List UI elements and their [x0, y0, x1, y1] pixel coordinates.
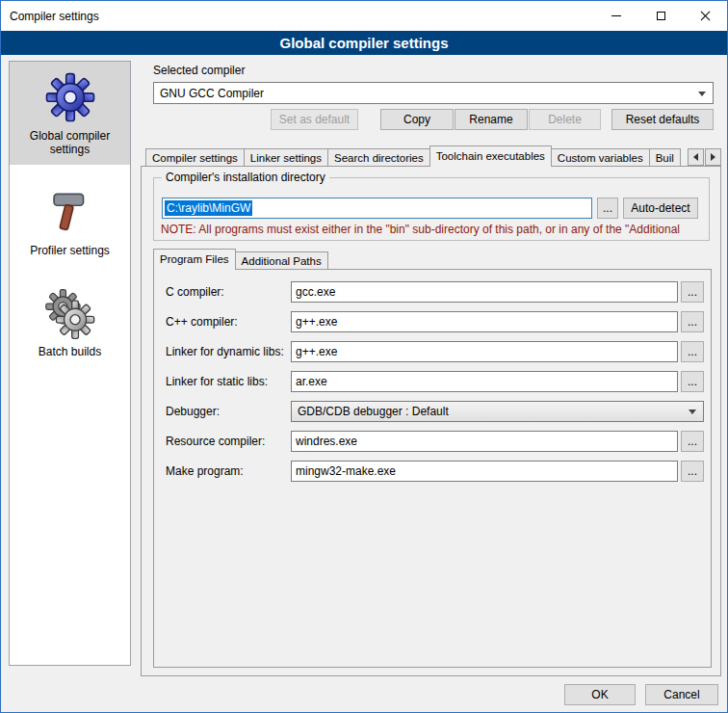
selected-compiler-label: Selected compiler — [153, 64, 245, 77]
dynamic-linker-label: Linker for dynamic libs: — [166, 341, 284, 362]
window-title: Compiler settings — [10, 10, 99, 23]
tab-compiler-settings[interactable]: Compiler settings — [145, 148, 245, 167]
minimize-button[interactable] — [594, 1, 638, 31]
ok-button[interactable]: OK — [564, 684, 636, 705]
sidebar-item-profiler-settings[interactable]: Profiler settings — [10, 176, 130, 266]
tab-scroll-right-button[interactable] — [705, 148, 721, 166]
cancel-button[interactable]: Cancel — [645, 684, 718, 705]
maximize-button[interactable] — [638, 1, 683, 31]
blue-gear-icon — [44, 71, 96, 123]
selected-compiler-select[interactable]: GNU GCC Compiler — [153, 82, 714, 104]
window-controls — [594, 1, 727, 31]
compiler-settings-window: Compiler settings Global compiler settin… — [0, 0, 728, 713]
selected-compiler-value: GNU GCC Compiler — [160, 87, 264, 100]
copy-button[interactable]: Copy — [380, 109, 454, 130]
resource-compiler-label: Resource compiler: — [166, 431, 265, 452]
reset-defaults-button[interactable]: Reset defaults — [611, 109, 714, 130]
chevron-down-icon — [689, 409, 696, 414]
resource-compiler-browse-button[interactable]: ... — [681, 431, 704, 452]
settings-sidebar: Global compiler settings Profiler settin… — [9, 61, 131, 666]
static-linker-label: Linker for static libs: — [166, 371, 268, 392]
static-linker-row: Linker for static libs: ... — [154, 371, 711, 392]
c-compiler-label: C compiler: — [166, 281, 224, 303]
dialog-header-title: Global compiler settings — [1, 31, 727, 55]
close-button[interactable] — [683, 1, 727, 31]
sidebar-item-label: Global compiler settings — [13, 129, 127, 156]
sidebar-item-global-compiler-settings[interactable]: Global compiler settings — [10, 62, 130, 165]
cpp-compiler-label: C++ compiler: — [166, 311, 238, 332]
auto-detect-button[interactable]: Auto-detect — [623, 198, 698, 219]
sidebar-item-label: Batch builds — [39, 345, 101, 358]
cpp-compiler-browse-button[interactable]: ... — [681, 311, 704, 332]
bin-subdirectory-note: NOTE: All programs must exist either in … — [161, 223, 721, 236]
tab-scroll-left-button[interactable] — [688, 148, 704, 166]
minimize-icon — [611, 15, 621, 16]
left-arrow-icon — [693, 153, 698, 161]
resource-compiler-input[interactable] — [291, 431, 678, 452]
c-compiler-browse-button[interactable]: ... — [681, 281, 704, 303]
installation-directory-value: C:\raylib\MinGW — [165, 200, 252, 216]
maximize-icon — [657, 12, 665, 20]
c-compiler-input[interactable] — [291, 281, 678, 303]
dynamic-linker-input[interactable] — [291, 341, 678, 362]
make-program-row: Make program: ... — [154, 461, 711, 482]
toolchain-executables-panel: Compiler's installation directory C:\ray… — [141, 166, 721, 676]
make-program-input[interactable] — [291, 461, 678, 482]
c-compiler-row: C compiler: ... — [154, 281, 711, 303]
tab-build-options[interactable]: Buil — [649, 148, 681, 167]
debugger-value: GDB/CDB debugger : Default — [298, 405, 449, 418]
debugger-label: Debugger: — [166, 401, 220, 422]
titlebar: Compiler settings — [1, 1, 727, 31]
static-linker-input[interactable] — [291, 371, 678, 392]
tab-search-directories[interactable]: Search directories — [327, 148, 430, 167]
dynamic-linker-row: Linker for dynamic libs: ... — [154, 341, 711, 362]
sidebar-item-label: Profiler settings — [30, 244, 110, 257]
static-linker-browse-button[interactable]: ... — [681, 371, 704, 392]
installation-directory-browse-button[interactable]: ... — [597, 198, 618, 219]
dynamic-linker-browse-button[interactable]: ... — [681, 341, 704, 362]
chevron-down-icon — [698, 92, 706, 96]
rename-button[interactable]: Rename — [455, 109, 528, 130]
debugger-select[interactable]: GDB/CDB debugger : Default — [291, 401, 704, 422]
make-program-label: Make program: — [166, 461, 244, 482]
program-files-tabbar: Program Files Additional Paths — [153, 249, 328, 270]
program-files-panel: C compiler: ... C++ compiler: ... Linker… — [153, 269, 712, 668]
subtab-additional-paths[interactable]: Additional Paths — [235, 251, 328, 270]
cpp-compiler-row: C++ compiler: ... — [154, 311, 711, 332]
sidebar-item-batch-builds[interactable]: Batch builds — [10, 277, 130, 367]
right-arrow-icon — [711, 153, 715, 161]
tab-toolchain-executables[interactable]: Toolchain executables — [429, 145, 552, 167]
set-as-default-button: Set as default — [271, 109, 358, 130]
tab-custom-variables[interactable]: Custom variables — [551, 148, 650, 167]
cpp-compiler-input[interactable] — [291, 311, 678, 332]
close-icon — [700, 11, 711, 21]
debugger-row: Debugger: GDB/CDB debugger : Default — [154, 401, 711, 422]
delete-button: Delete — [529, 109, 601, 130]
subtab-program-files[interactable]: Program Files — [153, 249, 236, 270]
tab-scroll-buttons — [687, 148, 721, 166]
profiler-icon — [44, 186, 96, 238]
make-program-browse-button[interactable]: ... — [681, 461, 704, 482]
resource-compiler-row: Resource compiler: ... — [154, 431, 711, 452]
installation-directory-input[interactable]: C:\raylib\MinGW — [162, 198, 592, 219]
settings-tabbar: Compiler settings Linker settings Search… — [145, 145, 721, 167]
gray-gears-icon — [44, 287, 96, 339]
tab-linker-settings[interactable]: Linker settings — [244, 148, 328, 167]
installation-directory-group-title: Compiler's installation directory — [162, 171, 329, 184]
